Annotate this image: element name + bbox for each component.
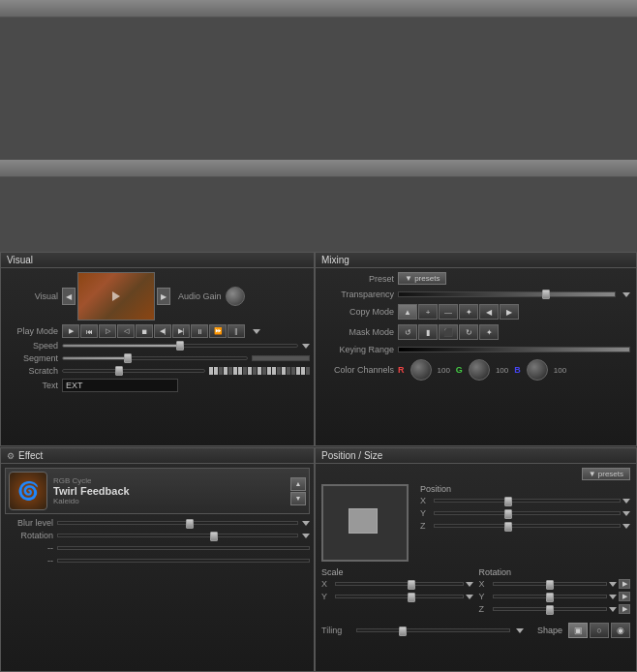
pm-btn-1[interactable]: ▶ (62, 324, 79, 338)
position-preview (321, 484, 409, 562)
mask-btn-3[interactable]: ⬛ (439, 324, 458, 340)
pm-btn-9[interactable]: ⏩ (209, 324, 227, 338)
shape-btn-3[interactable]: ◉ (611, 623, 630, 638)
param3-label: -- (5, 543, 53, 553)
rot-y-right-btn[interactable]: ▶ (619, 592, 630, 601)
effect-panel-header: ⚙ Effect (1, 448, 314, 464)
transparency-dropdown[interactable] (622, 292, 630, 297)
effect-params: Blur level Rotation (5, 518, 310, 565)
transparency-slider[interactable] (398, 291, 616, 297)
keying-range-bar[interactable] (398, 347, 630, 352)
copy-btn-2[interactable]: + (418, 304, 438, 320)
rot-x-slider[interactable] (493, 582, 608, 586)
audio-gain-knob[interactable] (226, 287, 245, 306)
pos-z-slider[interactable] (434, 524, 621, 528)
pos-z-dropdown[interactable] (622, 524, 630, 529)
scale-y-slider[interactable] (335, 595, 464, 598)
pm-btn-4[interactable]: ◁ (117, 324, 135, 338)
segment-bar (252, 355, 310, 361)
speed-dropdown-icon[interactable] (302, 344, 310, 349)
shape-label: Shape (537, 626, 562, 635)
rotation-dropdown[interactable] (302, 534, 310, 538)
visual-panel: Visual Visual ◀ ▶ Audio Gain (0, 252, 315, 446)
copy-btn-5[interactable]: ◀ (479, 304, 499, 320)
param4-slider[interactable] (57, 559, 310, 563)
thumb-next-btn[interactable]: ▶ (157, 288, 170, 305)
scale-section-label: Scale (321, 567, 473, 577)
keyingrange-label: Keying Range (321, 345, 394, 354)
speed-slider[interactable] (62, 344, 298, 348)
b-label: B (514, 365, 521, 375)
rot-z-thumb (546, 605, 554, 615)
rot-y-dropdown[interactable] (609, 595, 617, 599)
colorchannels-label: Color Channels (321, 365, 394, 375)
scale-y-dropdown[interactable] (466, 595, 473, 599)
r-label: R (398, 365, 405, 375)
tiling-label: Tiling (321, 626, 350, 635)
copy-btn-1[interactable]: ▲ (398, 304, 417, 320)
shape-btn-2[interactable]: ○ (590, 623, 609, 638)
pos-y-dropdown[interactable] (622, 511, 630, 516)
thumb-prev-btn[interactable]: ◀ (62, 288, 76, 305)
rot-z-slider[interactable] (493, 607, 608, 611)
possize-preset-btn[interactable]: ▼ presets (582, 468, 630, 480)
pm-btn-6[interactable]: ◀| (154, 324, 171, 338)
preset-label: Preset (321, 274, 394, 284)
copy-btn-6[interactable]: ▶ (500, 304, 519, 320)
effect-down-btn[interactable]: ▼ (290, 492, 306, 505)
pos-x-dropdown[interactable] (622, 499, 630, 504)
pm-btn-8[interactable]: ⏸ (191, 324, 208, 338)
maskmode-label: Mask Mode (321, 327, 394, 337)
rot-x-thumb (546, 580, 554, 590)
pos-x-label: X (420, 496, 432, 505)
pm-btn-2[interactable]: ⏮ (80, 324, 98, 338)
pm-btn-7[interactable]: ▶| (172, 324, 190, 338)
speed-label: Speed (5, 341, 58, 351)
shape-btn-1[interactable]: ▣ (568, 623, 588, 638)
preview-object (349, 508, 378, 535)
color-channels: R 100 G 100 B 100 (398, 359, 566, 381)
scale-x-slider[interactable] (335, 582, 464, 586)
effect-icon: ⚙ (7, 451, 15, 461)
rotation-slider[interactable] (57, 534, 298, 537)
tiling-dropdown[interactable] (516, 628, 524, 633)
g-knob[interactable] (469, 359, 490, 381)
mask-btn-2[interactable]: ▮ (418, 324, 438, 340)
rot-y-slider[interactable] (493, 595, 608, 598)
rot-z-right-btn[interactable]: ▶ (619, 604, 630, 614)
visual-label: Visual (5, 291, 58, 301)
scratch-slider[interactable] (62, 369, 205, 373)
blur-label: Blur level (5, 518, 53, 528)
pos-x-slider[interactable] (434, 499, 621, 503)
pm-btn-10[interactable]: ‖ (228, 324, 245, 338)
playmode-dropdown-icon[interactable] (253, 329, 260, 334)
copy-btn-3[interactable]: — (439, 304, 458, 320)
top-bar (0, 0, 637, 17)
scale-x-dropdown[interactable] (466, 582, 473, 587)
mid-bar (0, 160, 637, 177)
mask-btn-5[interactable]: ✦ (479, 324, 499, 340)
mask-btn-1[interactable]: ↺ (398, 324, 417, 340)
pos-y-slider[interactable] (434, 511, 621, 515)
shape-buttons: ▣ ○ ◉ (568, 623, 630, 638)
effect-up-btn[interactable]: ▲ (290, 477, 306, 491)
rot-z-dropdown[interactable] (609, 607, 617, 612)
mask-btn-4[interactable]: ↻ (459, 324, 478, 340)
pm-btn-3[interactable]: ▷ (99, 324, 116, 338)
position-section-label: Position (420, 484, 630, 494)
preset-btn[interactable]: ▼ presets (398, 272, 446, 285)
blur-slider[interactable] (57, 521, 298, 525)
blur-dropdown[interactable] (302, 521, 310, 526)
param3-slider[interactable] (57, 546, 310, 550)
rot-x-dropdown[interactable] (609, 582, 617, 587)
segment-slider[interactable] (62, 356, 248, 360)
b-knob[interactable] (527, 359, 548, 381)
rot-y-label: Y (479, 592, 491, 601)
rot-x-label: X (479, 579, 491, 589)
rot-x-right-btn[interactable]: ▶ (619, 579, 630, 589)
r-knob[interactable] (410, 359, 432, 381)
tiling-slider[interactable] (356, 628, 510, 632)
copy-btn-4[interactable]: ✦ (459, 304, 478, 320)
text-input[interactable]: EXT (62, 379, 178, 392)
pm-btn-5[interactable]: ⏹ (136, 324, 153, 338)
